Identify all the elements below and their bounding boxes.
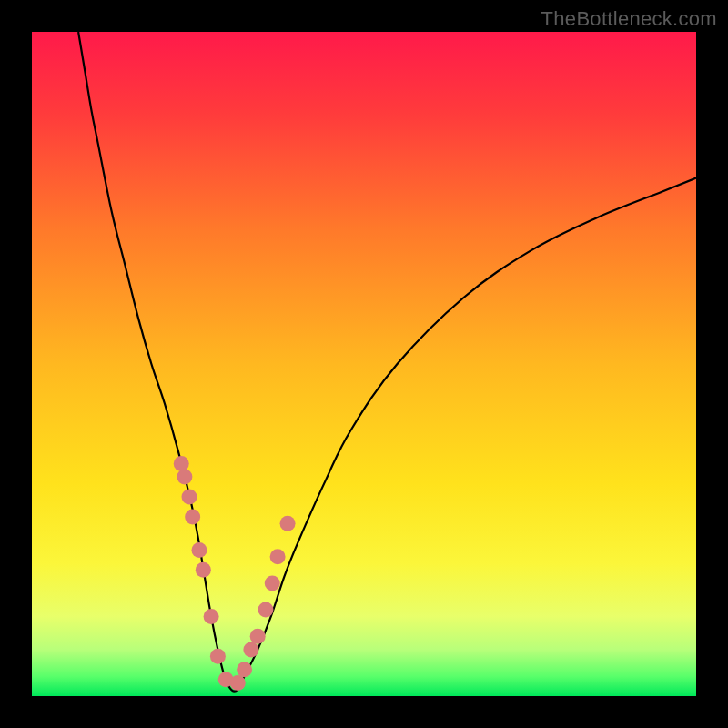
chart-container: TheBottleneck.com <box>0 0 728 728</box>
plot-area <box>32 32 696 696</box>
data-marker <box>177 470 192 485</box>
data-marker <box>265 575 280 591</box>
data-marker <box>204 609 219 624</box>
data-marker <box>250 629 266 644</box>
data-marker <box>270 549 286 564</box>
data-marker <box>185 509 200 524</box>
data-marker <box>191 542 207 558</box>
data-marker <box>237 662 252 677</box>
data-markers <box>174 456 296 691</box>
data-marker <box>196 562 211 578</box>
bottleneck-curve <box>78 32 696 692</box>
data-marker <box>243 642 258 657</box>
data-marker <box>258 602 273 618</box>
data-marker <box>230 675 246 691</box>
data-marker <box>280 516 296 531</box>
data-marker <box>182 490 197 505</box>
data-marker <box>174 456 189 471</box>
data-marker <box>210 649 226 664</box>
watermark-text: TheBottleneck.com <box>541 7 717 31</box>
curve-overlay <box>32 32 696 696</box>
